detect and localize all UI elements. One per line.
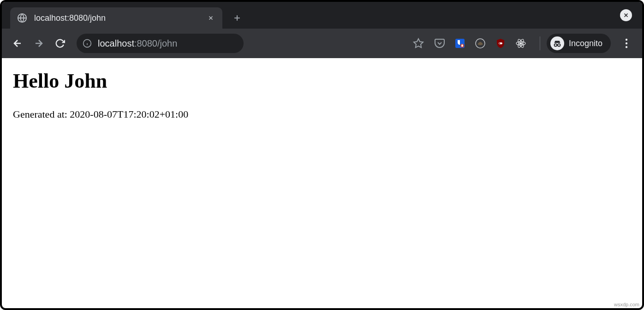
url-display: localhost:8080/john (98, 38, 238, 49)
svg-point-16 (626, 42, 627, 44)
tab-title: localhost:8080/john (34, 13, 199, 23)
svg-marker-2 (414, 39, 423, 48)
extension-icon-3[interactable] (474, 37, 486, 49)
bitwarden-icon[interactable] (454, 37, 466, 49)
menu-button[interactable] (617, 34, 636, 53)
globe-icon (17, 12, 28, 24)
svg-point-13 (555, 44, 557, 47)
browser-chrome: localhost:8080/john (2, 2, 642, 58)
extension-icons (434, 37, 527, 49)
incognito-icon (550, 36, 564, 50)
browser-tab[interactable]: localhost:8080/john (10, 7, 222, 29)
browser-toolbar: localhost:8080/john (2, 29, 642, 58)
react-devtools-icon[interactable] (515, 37, 527, 49)
bookmark-star-icon[interactable] (410, 35, 427, 52)
svg-rect-5 (461, 45, 463, 47)
back-button[interactable] (8, 34, 27, 53)
generated-at-text: Generated at: 2020-08-07T17:20:02+01:00 (13, 108, 631, 120)
url-path: :8080/john (134, 38, 177, 48)
svg-point-9 (520, 42, 522, 44)
svg-point-14 (558, 44, 561, 47)
close-window-icon[interactable] (620, 9, 632, 21)
close-tab-icon[interactable] (206, 13, 216, 23)
page-heading: Hello John (13, 69, 631, 93)
watermark: wsxdp.com (614, 302, 639, 307)
site-info-icon[interactable] (82, 38, 92, 48)
pocket-icon[interactable] (434, 37, 446, 49)
page-content: Hello John Generated at: 2020-08-07T17:2… (2, 58, 642, 131)
new-tab-button[interactable] (229, 10, 245, 26)
svg-point-15 (626, 39, 627, 41)
incognito-label: Incognito (569, 39, 602, 48)
toolbar-separator (540, 36, 540, 50)
ublock-icon[interactable] (495, 37, 507, 49)
tab-strip: localhost:8080/john (2, 2, 642, 29)
svg-point-17 (626, 46, 627, 48)
address-bar[interactable]: localhost:8080/john (77, 34, 244, 53)
url-host: localhost (98, 38, 134, 48)
svg-point-8 (499, 43, 500, 44)
reload-button[interactable] (51, 34, 69, 53)
forward-button[interactable] (30, 34, 48, 53)
incognito-badge[interactable]: Incognito (547, 34, 611, 53)
